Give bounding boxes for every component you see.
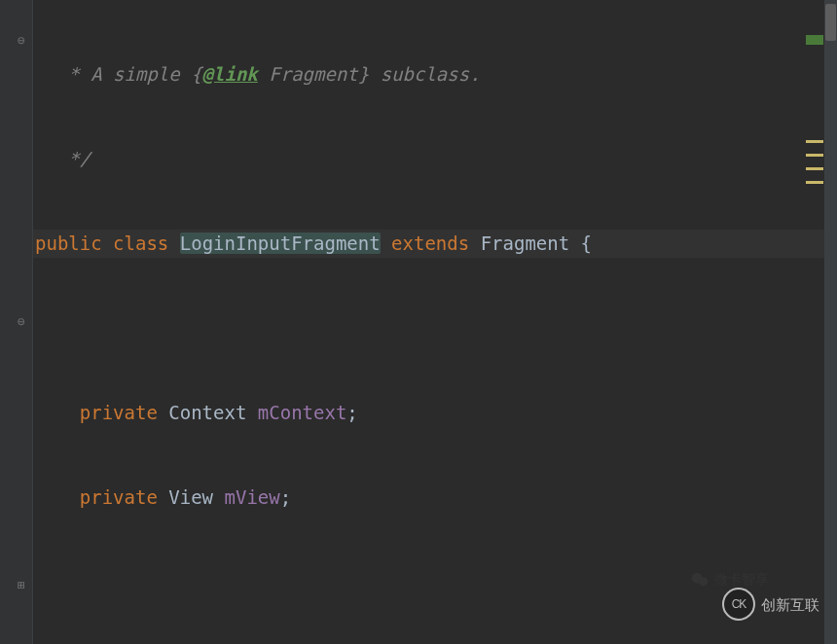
scroll-thumb[interactable]: [825, 4, 836, 41]
change-marker: [806, 35, 823, 45]
wechat-icon: [689, 569, 710, 590]
warning-marker[interactable]: [806, 154, 823, 157]
vertical-scrollbar[interactable]: [824, 0, 837, 644]
code-line: private Context mContext;: [33, 399, 824, 427]
code-line: */: [33, 145, 824, 173]
fold-icon[interactable]: ⊖: [18, 35, 29, 47]
warning-marker[interactable]: [806, 181, 823, 184]
brand-text: 创新互联: [761, 590, 819, 619]
warning-marker[interactable]: [806, 140, 823, 143]
code-editor[interactable]: ⊖ ⊖ ⊞ * A simple {@link Fragment} subcla…: [0, 0, 824, 644]
code-line: public class LoginInputFragment extends …: [33, 230, 824, 258]
brand-logo-icon: CK: [722, 588, 755, 621]
code-area[interactable]: * A simple {@link Fragment} subclass. */…: [33, 0, 824, 644]
warning-marker[interactable]: [806, 167, 823, 170]
brand-watermark: CK 创新互联: [722, 588, 819, 621]
fold-icon[interactable]: ⊖: [18, 316, 29, 328]
expand-icon[interactable]: ⊞: [18, 580, 29, 591]
gutter: ⊖ ⊖ ⊞: [0, 0, 33, 644]
code-line: private View mView;: [33, 483, 824, 512]
code-line: * A simple {@link Fragment} subclass.: [33, 60, 824, 89]
svg-point-1: [699, 577, 708, 586]
code-line: [33, 314, 824, 342]
